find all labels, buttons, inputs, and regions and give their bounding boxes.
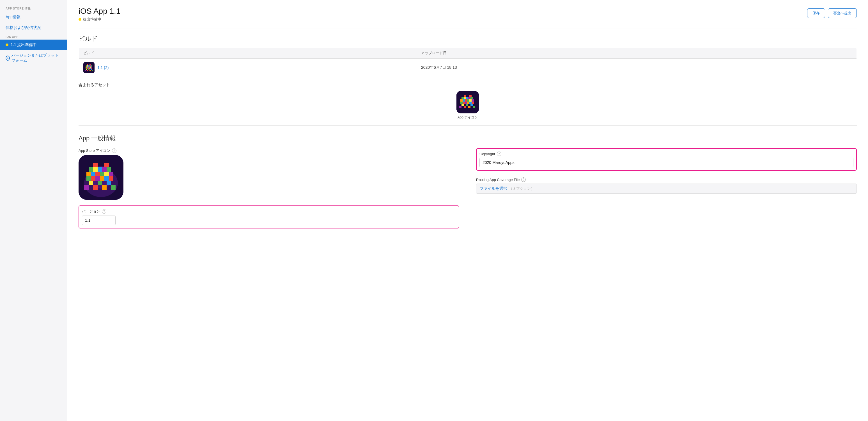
form-grid: App Store アイコン ? <box>79 148 857 229</box>
svg-rect-46 <box>472 101 474 104</box>
build-section-title: ビルド <box>79 34 857 43</box>
sidebar-item-version[interactable]: 1.1 提出準備中 <box>0 39 67 50</box>
svg-rect-28 <box>464 95 466 97</box>
svg-rect-2 <box>90 64 91 65</box>
assets-title: 含まれるアセット <box>79 83 857 88</box>
svg-rect-9 <box>87 66 88 68</box>
svg-rect-43 <box>465 101 467 104</box>
svg-rect-75 <box>109 176 113 181</box>
svg-rect-16 <box>88 68 89 69</box>
sidebar-add-label: バージョンまたはプラットフォーム <box>11 53 61 63</box>
svg-rect-58 <box>104 163 109 167</box>
build-version-link[interactable]: 1.1 (2) <box>97 65 108 70</box>
svg-rect-36 <box>463 99 465 101</box>
svg-rect-23 <box>85 70 86 71</box>
svg-rect-10 <box>88 66 89 68</box>
version-field: バージョン ? <box>79 206 459 229</box>
svg-rect-57 <box>93 163 98 167</box>
app-store-icon-field: App Store アイコン ? <box>79 148 459 200</box>
svg-rect-24 <box>87 70 88 71</box>
copyright-help-icon[interactable]: ? <box>497 152 501 156</box>
svg-rect-67 <box>100 172 104 176</box>
table-row: 1.1 (2) 2020年6月7日 18:13 <box>79 59 857 77</box>
svg-rect-12 <box>90 66 91 68</box>
svg-rect-82 <box>111 185 116 190</box>
svg-rect-49 <box>470 104 473 106</box>
svg-rect-81 <box>102 185 106 190</box>
svg-rect-14 <box>86 68 87 69</box>
sidebar-item-pricing[interactable]: 価格および配信状況 <box>0 23 67 33</box>
svg-rect-63 <box>106 167 111 172</box>
svg-rect-76 <box>89 181 93 185</box>
svg-rect-78 <box>106 181 111 185</box>
version-input[interactable] <box>82 215 116 225</box>
version-help-icon[interactable]: ? <box>102 209 106 214</box>
svg-rect-32 <box>466 97 468 99</box>
svg-rect-71 <box>91 176 95 181</box>
divider-2 <box>79 125 857 126</box>
svg-rect-11 <box>89 66 90 68</box>
svg-rect-31 <box>464 97 466 99</box>
build-cell: 1.1 (2) <box>79 59 416 77</box>
svg-rect-52 <box>468 106 470 108</box>
svg-rect-33 <box>468 97 470 99</box>
sidebar-add-version[interactable]: + バージョンまたはプラットフォーム <box>0 50 67 66</box>
svg-rect-20 <box>86 69 87 70</box>
svg-rect-29 <box>469 95 472 97</box>
page-header: iOS App 1.1 提出準備中 保存 審査へ提出 <box>79 7 857 22</box>
save-button[interactable]: 保存 <box>807 8 825 18</box>
file-select-label: ファイルを選択 <box>480 186 507 191</box>
sidebar-section-iosapp: IOS APP <box>0 33 67 39</box>
svg-rect-48 <box>466 104 468 106</box>
app-store-icon-preview <box>79 155 123 200</box>
svg-rect-79 <box>84 185 89 190</box>
svg-rect-65 <box>91 172 95 176</box>
svg-rect-73 <box>100 176 104 181</box>
svg-rect-17 <box>89 68 90 69</box>
svg-rect-62 <box>102 167 106 172</box>
page-subtitle: 提出準備中 <box>79 17 120 22</box>
svg-rect-6 <box>90 65 91 66</box>
svg-rect-80 <box>93 185 98 190</box>
file-select-button[interactable]: ファイルを選択 （オプション） <box>476 184 857 194</box>
divider-1 <box>79 29 857 29</box>
svg-rect-21 <box>88 69 90 70</box>
sidebar-item-appinfo[interactable]: App情報 <box>0 12 67 23</box>
status-dot <box>6 43 8 46</box>
app-store-icon-label: App Store アイコン ? <box>79 148 459 153</box>
svg-rect-44 <box>467 101 469 104</box>
svg-rect-4 <box>87 65 88 66</box>
version-label: バージョン ? <box>82 209 456 214</box>
svg-rect-77 <box>98 181 102 185</box>
assets-section: 含まれるアセット <box>79 83 857 120</box>
svg-rect-19 <box>91 68 92 69</box>
app-general-section: App 一般情報 App Store アイコン ? <box>79 134 857 229</box>
svg-rect-45 <box>469 101 472 104</box>
plus-circle-icon: + <box>6 56 10 61</box>
header-buttons: 保存 審査へ提出 <box>807 8 857 18</box>
copyright-label: Copyright ? <box>479 152 854 156</box>
asset-thumb: App アイコン <box>79 91 857 120</box>
svg-rect-18 <box>90 68 91 69</box>
asset-icon-image <box>457 91 479 113</box>
svg-rect-37 <box>465 99 467 101</box>
svg-rect-61 <box>98 167 102 172</box>
left-column: App Store アイコン ? <box>79 148 459 229</box>
asset-icon-label: App アイコン <box>458 115 478 120</box>
svg-rect-30 <box>462 97 464 99</box>
svg-rect-1 <box>87 64 88 65</box>
routing-help-icon[interactable]: ? <box>521 177 526 182</box>
header-status-dot <box>79 18 81 21</box>
svg-rect-3 <box>86 65 87 66</box>
col-build: ビルド <box>79 48 416 59</box>
svg-rect-8 <box>86 66 87 68</box>
svg-rect-35 <box>460 99 463 101</box>
svg-rect-15 <box>87 68 88 69</box>
copyright-input[interactable] <box>479 158 854 167</box>
file-select-option: （オプション） <box>509 186 534 191</box>
svg-rect-60 <box>93 167 98 172</box>
version-wrapper: バージョン ? <box>79 206 459 229</box>
app-store-icon-help[interactable]: ? <box>112 148 117 153</box>
submit-button[interactable]: 審査へ提出 <box>828 8 857 18</box>
svg-rect-26 <box>92 70 93 71</box>
